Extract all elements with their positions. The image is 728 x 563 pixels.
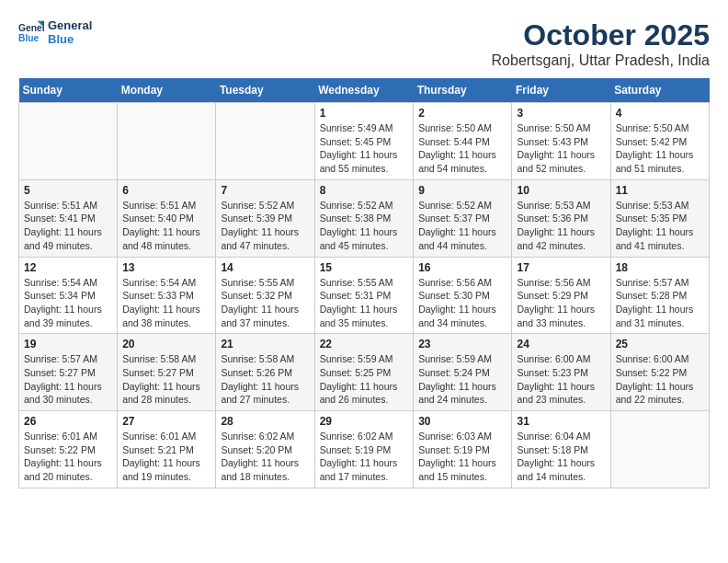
calendar-cell: 24Sunrise: 6:00 AM Sunset: 5:23 PM Dayli… xyxy=(512,334,610,411)
day-number: 16 xyxy=(418,261,506,274)
calendar-cell: 27Sunrise: 6:01 AM Sunset: 5:21 PM Dayli… xyxy=(118,411,216,488)
day-info: Sunrise: 5:59 AM Sunset: 5:25 PM Dayligh… xyxy=(320,352,409,407)
calendar-cell: 28Sunrise: 6:02 AM Sunset: 5:20 PM Dayli… xyxy=(216,411,314,488)
calendar-cell: 17Sunrise: 5:56 AM Sunset: 5:29 PM Dayli… xyxy=(512,257,610,334)
weekday-header-sunday: Sunday xyxy=(19,78,118,103)
day-info: Sunrise: 5:50 AM Sunset: 5:42 PM Dayligh… xyxy=(616,121,704,176)
day-info: Sunrise: 5:56 AM Sunset: 5:30 PM Dayligh… xyxy=(418,276,506,330)
calendar-cell xyxy=(216,103,314,180)
day-number: 6 xyxy=(122,184,210,197)
day-info: Sunrise: 5:54 AM Sunset: 5:33 PM Dayligh… xyxy=(122,276,210,330)
calendar-cell: 22Sunrise: 5:59 AM Sunset: 5:25 PM Dayli… xyxy=(314,334,414,411)
day-number: 25 xyxy=(616,338,704,350)
day-info: Sunrise: 5:52 AM Sunset: 5:37 PM Dayligh… xyxy=(418,199,506,253)
day-info: Sunrise: 5:53 AM Sunset: 5:36 PM Dayligh… xyxy=(517,199,605,253)
week-row-2: 5Sunrise: 5:51 AM Sunset: 5:41 PM Daylig… xyxy=(19,179,710,257)
day-number: 18 xyxy=(616,261,704,274)
svg-text:Blue: Blue xyxy=(18,33,40,43)
calendar-table: SundayMondayTuesdayWednesdayThursdayFrid… xyxy=(18,78,710,488)
day-info: Sunrise: 6:00 AM Sunset: 5:22 PM Dayligh… xyxy=(616,352,704,407)
day-number: 1 xyxy=(320,107,409,120)
day-number: 5 xyxy=(24,184,112,197)
day-number: 10 xyxy=(517,184,605,197)
calendar-cell: 18Sunrise: 5:57 AM Sunset: 5:28 PM Dayli… xyxy=(610,257,709,334)
calendar-cell: 5Sunrise: 5:51 AM Sunset: 5:41 PM Daylig… xyxy=(19,179,118,257)
calendar-cell: 20Sunrise: 5:58 AM Sunset: 5:27 PM Dayli… xyxy=(118,334,216,411)
day-number: 9 xyxy=(418,184,506,197)
day-number: 22 xyxy=(320,338,409,350)
location-title: Robertsganj, Uttar Pradesh, India xyxy=(492,52,710,69)
weekday-header-row: SundayMondayTuesdayWednesdayThursdayFrid… xyxy=(19,78,710,103)
calendar-cell: 10Sunrise: 5:53 AM Sunset: 5:36 PM Dayli… xyxy=(512,179,610,257)
weekday-header-friday: Friday xyxy=(512,78,610,103)
calendar-cell: 4Sunrise: 5:50 AM Sunset: 5:42 PM Daylig… xyxy=(610,103,709,180)
day-number: 2 xyxy=(418,107,506,120)
day-number: 29 xyxy=(320,415,409,428)
day-info: Sunrise: 5:51 AM Sunset: 5:41 PM Dayligh… xyxy=(24,199,112,253)
week-row-1: 1Sunrise: 5:49 AM Sunset: 5:45 PM Daylig… xyxy=(19,103,710,180)
calendar-cell: 7Sunrise: 5:52 AM Sunset: 5:39 PM Daylig… xyxy=(216,179,314,257)
day-number: 28 xyxy=(221,415,309,428)
day-info: Sunrise: 5:53 AM Sunset: 5:35 PM Dayligh… xyxy=(616,199,704,253)
day-info: Sunrise: 6:02 AM Sunset: 5:20 PM Dayligh… xyxy=(221,430,309,484)
weekday-header-tuesday: Tuesday xyxy=(216,78,314,103)
day-info: Sunrise: 5:55 AM Sunset: 5:31 PM Dayligh… xyxy=(320,276,409,330)
calendar-cell: 23Sunrise: 5:59 AM Sunset: 5:24 PM Dayli… xyxy=(414,334,512,411)
day-info: Sunrise: 6:04 AM Sunset: 5:18 PM Dayligh… xyxy=(517,430,605,484)
week-row-4: 19Sunrise: 5:57 AM Sunset: 5:27 PM Dayli… xyxy=(19,334,710,411)
title-area: October 2025 Robertsganj, Uttar Pradesh,… xyxy=(492,18,710,69)
calendar-cell: 6Sunrise: 5:51 AM Sunset: 5:40 PM Daylig… xyxy=(118,179,216,257)
day-number: 19 xyxy=(24,338,112,350)
calendar-cell: 19Sunrise: 5:57 AM Sunset: 5:27 PM Dayli… xyxy=(19,334,118,411)
day-info: Sunrise: 5:50 AM Sunset: 5:43 PM Dayligh… xyxy=(517,121,605,176)
day-number: 23 xyxy=(418,338,506,350)
logo-icon: General Blue xyxy=(18,19,44,45)
calendar-cell: 9Sunrise: 5:52 AM Sunset: 5:37 PM Daylig… xyxy=(414,179,512,257)
calendar-cell: 15Sunrise: 5:55 AM Sunset: 5:31 PM Dayli… xyxy=(314,257,414,334)
day-number: 4 xyxy=(616,107,704,120)
weekday-header-monday: Monday xyxy=(118,78,216,103)
calendar-cell: 13Sunrise: 5:54 AM Sunset: 5:33 PM Dayli… xyxy=(118,257,216,334)
calendar-cell: 26Sunrise: 6:01 AM Sunset: 5:22 PM Dayli… xyxy=(19,411,118,488)
day-info: Sunrise: 5:50 AM Sunset: 5:44 PM Dayligh… xyxy=(418,121,506,176)
day-info: Sunrise: 6:02 AM Sunset: 5:19 PM Dayligh… xyxy=(320,430,409,484)
day-number: 20 xyxy=(122,338,210,350)
day-info: Sunrise: 6:03 AM Sunset: 5:19 PM Dayligh… xyxy=(418,430,506,484)
logo-blue: Blue xyxy=(48,32,92,46)
calendar-cell: 29Sunrise: 6:02 AM Sunset: 5:19 PM Dayli… xyxy=(314,411,414,488)
day-info: Sunrise: 5:57 AM Sunset: 5:28 PM Dayligh… xyxy=(616,276,704,330)
day-number: 24 xyxy=(517,338,605,350)
weekday-header-wednesday: Wednesday xyxy=(314,78,414,103)
day-number: 11 xyxy=(616,184,704,197)
calendar-cell: 11Sunrise: 5:53 AM Sunset: 5:35 PM Dayli… xyxy=(610,179,709,257)
calendar-cell xyxy=(610,411,709,488)
day-info: Sunrise: 5:55 AM Sunset: 5:32 PM Dayligh… xyxy=(221,276,309,330)
day-info: Sunrise: 5:58 AM Sunset: 5:27 PM Dayligh… xyxy=(122,352,210,407)
logo-general: General xyxy=(48,18,92,32)
calendar-cell: 2Sunrise: 5:50 AM Sunset: 5:44 PM Daylig… xyxy=(414,103,512,180)
calendar-cell xyxy=(19,103,118,180)
day-number: 12 xyxy=(24,261,112,274)
calendar-cell: 21Sunrise: 5:58 AM Sunset: 5:26 PM Dayli… xyxy=(216,334,314,411)
svg-text:General: General xyxy=(18,23,44,33)
calendar-cell: 30Sunrise: 6:03 AM Sunset: 5:19 PM Dayli… xyxy=(414,411,512,488)
calendar-cell: 8Sunrise: 5:52 AM Sunset: 5:38 PM Daylig… xyxy=(314,179,414,257)
day-info: Sunrise: 5:49 AM Sunset: 5:45 PM Dayligh… xyxy=(320,121,409,176)
calendar-cell: 12Sunrise: 5:54 AM Sunset: 5:34 PM Dayli… xyxy=(19,257,118,334)
day-number: 27 xyxy=(122,415,210,428)
day-number: 15 xyxy=(320,261,409,274)
day-number: 30 xyxy=(418,415,506,428)
day-number: 14 xyxy=(221,261,309,274)
week-row-5: 26Sunrise: 6:01 AM Sunset: 5:22 PM Dayli… xyxy=(19,411,710,488)
day-info: Sunrise: 5:57 AM Sunset: 5:27 PM Dayligh… xyxy=(24,352,112,407)
calendar-cell: 3Sunrise: 5:50 AM Sunset: 5:43 PM Daylig… xyxy=(512,103,610,180)
day-number: 21 xyxy=(221,338,309,350)
day-info: Sunrise: 5:59 AM Sunset: 5:24 PM Dayligh… xyxy=(418,352,506,407)
day-info: Sunrise: 6:01 AM Sunset: 5:22 PM Dayligh… xyxy=(24,430,112,484)
week-row-3: 12Sunrise: 5:54 AM Sunset: 5:34 PM Dayli… xyxy=(19,257,710,334)
calendar-cell: 25Sunrise: 6:00 AM Sunset: 5:22 PM Dayli… xyxy=(610,334,709,411)
day-number: 31 xyxy=(517,415,605,428)
calendar-cell xyxy=(118,103,216,180)
day-number: 13 xyxy=(122,261,210,274)
logo: General Blue General Blue xyxy=(18,18,92,46)
